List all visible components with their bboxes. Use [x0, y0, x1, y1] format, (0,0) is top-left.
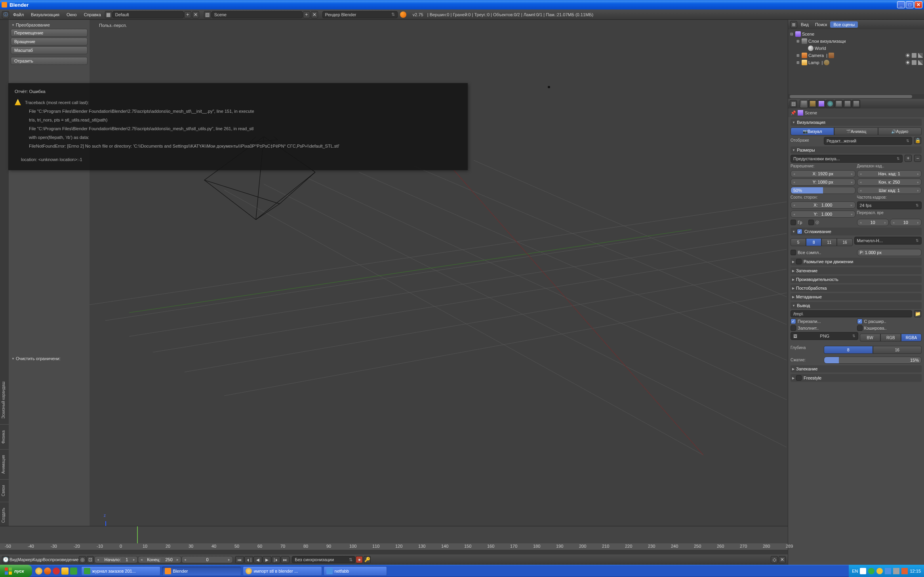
outliner-view[interactable]: Вид [798, 21, 812, 28]
tab-object-props[interactable] [834, 100, 843, 108]
color-rgb[interactable]: RGB [880, 334, 901, 342]
preset-add-button[interactable]: + [905, 155, 912, 162]
translate-button[interactable]: Перемещение [11, 29, 88, 37]
tab-phys[interactable]: Физика [0, 425, 9, 450]
mblur-checkbox[interactable] [796, 259, 802, 264]
outliner-search[interactable]: Поиск [812, 21, 830, 28]
layout-grid-icon[interactable]: ▦ [105, 11, 112, 18]
eye-icon[interactable] [905, 60, 910, 65]
keyframe-prev-button[interactable]: ⏴| [244, 556, 253, 563]
layout-remove-button[interactable]: ✕ [192, 11, 199, 18]
sec-render[interactable]: Визуализация [791, 119, 922, 126]
tab-renderlayers-props[interactable] [808, 100, 817, 108]
rotate-button[interactable]: Вращение [11, 38, 88, 46]
task-chrome[interactable]: импорт stl в blender ... [243, 566, 322, 576]
sec-aa[interactable]: Сглаживание [791, 228, 922, 235]
lock-display-icon[interactable]: 🔒 [914, 137, 921, 144]
select-icon[interactable] [912, 53, 916, 58]
sec-mblur[interactable]: Размытие при движении [791, 258, 922, 266]
task-excel[interactable]: журнал заказов 201... [81, 566, 160, 576]
tab-world-props[interactable] [826, 100, 834, 108]
maximize-button[interactable]: □ [906, 1, 914, 8]
aspect-y[interactable]: ◂Y: 1.000▸ [791, 211, 855, 218]
tab-render-props[interactable] [800, 100, 808, 108]
tl-menu-frame[interactable]: Кадр [33, 557, 43, 562]
sec-meta[interactable]: Метаданные [791, 293, 922, 300]
pin-icon[interactable]: 📌 [791, 110, 796, 116]
screen-layout-dropdown[interactable]: Default [112, 11, 184, 18]
render-icon[interactable] [918, 53, 923, 58]
end-frame-input[interactable]: ◂Конец: 250▸ [138, 556, 181, 563]
scale-button[interactable]: Масштаб [11, 46, 88, 54]
mirror-button[interactable]: Отразить [11, 57, 88, 65]
freestyle-checkbox[interactable] [796, 375, 802, 381]
outliner-scrollbar[interactable] [788, 94, 924, 99]
jump-end-button[interactable]: ⏭ [281, 556, 290, 563]
output-path[interactable]: /tmp\ [791, 310, 912, 317]
layout-add-button[interactable]: + [184, 11, 191, 18]
res-x[interactable]: ◂X: 1920 px▸ [791, 170, 855, 177]
start-frame[interactable]: ◂Нач. кад: 1▸ [857, 170, 922, 177]
sec-bake[interactable]: Запекание [791, 365, 922, 372]
keyframe-next-button[interactable]: |⏵ [272, 556, 280, 563]
res-y[interactable]: ◂Y: 1080 px▸ [791, 178, 855, 186]
tab-data-props[interactable] [852, 100, 860, 108]
remap-new[interactable]: ◂10▸ [890, 219, 922, 226]
outliner-allscenes[interactable]: Все сцены [830, 21, 858, 28]
scene-browse-icon[interactable]: ▧ [204, 11, 211, 18]
keyingset-menu[interactable]: ◇ [771, 556, 778, 563]
sec-shade[interactable]: Затенение [791, 267, 922, 274]
tray-icon-3[interactable] [876, 568, 883, 574]
properties-editor-icon[interactable]: ▤ [790, 100, 797, 107]
compression-slider[interactable]: 15% [824, 357, 922, 364]
task-blender[interactable]: Blender [162, 566, 241, 576]
fps-dropdown[interactable]: 24 fps [857, 201, 922, 209]
jump-start-button[interactable]: ⏮ [235, 556, 244, 563]
tray-icon-1[interactable] [860, 568, 866, 574]
menu-help[interactable]: Справка [80, 11, 105, 18]
sec-perf[interactable]: Производительность [791, 276, 922, 283]
aa-5[interactable]: 5 [791, 238, 806, 246]
excel-icon[interactable] [70, 568, 77, 575]
minimize-button[interactable]: _ [897, 1, 905, 8]
end-frame[interactable]: ◂Кон. к: 250▸ [857, 178, 922, 186]
outliner-tree[interactable]: ⊟Scene ⊞Слои визуализаци World ⊞Camera| … [788, 29, 924, 94]
editor-type-icon[interactable]: ⓘ [2, 11, 9, 18]
outliner-editor-icon[interactable]: ≣ [790, 21, 797, 28]
crop-checkbox[interactable] [808, 220, 814, 225]
chrome-icon[interactable] [35, 568, 42, 575]
tab-constraints-props[interactable] [843, 100, 852, 108]
timeline-track[interactable] [0, 526, 788, 543]
tl-range-icon[interactable]: ◎ [79, 556, 86, 563]
task-netfabb[interactable]: netfabb [324, 566, 387, 576]
sec-dims[interactable]: Размеры [791, 146, 922, 154]
render-engine-dropdown[interactable]: Рендер Blender⇅ [322, 11, 398, 18]
tl-menu-playback[interactable]: Воспроизведение [43, 557, 79, 562]
aa-checkbox[interactable] [797, 229, 802, 234]
aa-16[interactable]: 16 [837, 238, 852, 246]
extensions-checkbox[interactable] [857, 319, 863, 324]
aa-11[interactable]: 11 [821, 238, 837, 246]
render-image-button[interactable]: 📷 Визуал [791, 127, 834, 135]
scene-dropdown[interactable]: Scene [211, 11, 303, 18]
frame-step[interactable]: ◂Шаг кад: 1▸ [857, 187, 922, 194]
menu-file[interactable]: Файл [10, 11, 27, 18]
scene-remove-button[interactable]: ✕ [311, 11, 318, 18]
close-button[interactable]: ✕ [914, 1, 922, 8]
play-button[interactable]: ▶ [263, 556, 271, 563]
tab-pencil[interactable]: Эскизный карандаш [0, 376, 9, 425]
aa-px[interactable]: Р: 1.000 px [857, 249, 922, 256]
tl-menu-marker[interactable]: Маркер [17, 557, 33, 562]
folder-icon[interactable] [61, 568, 69, 575]
playhead[interactable] [137, 526, 138, 543]
menu-window[interactable]: Окно [63, 11, 80, 18]
depth-16[interactable]: 16 [873, 346, 922, 354]
border-checkbox[interactable] [791, 220, 796, 225]
placeholder-checkbox[interactable] [791, 325, 796, 331]
sync-dropdown[interactable]: Без синхронизации⇅ [292, 556, 355, 563]
clear-limits-head[interactable]: Очистить ограничени: [11, 355, 88, 363]
full-sample-checkbox[interactable] [791, 250, 796, 255]
tray-icon-4[interactable] [885, 568, 891, 574]
play-reverse-button[interactable]: ◀ [253, 556, 262, 563]
start-button[interactable]: пуск [0, 565, 32, 577]
